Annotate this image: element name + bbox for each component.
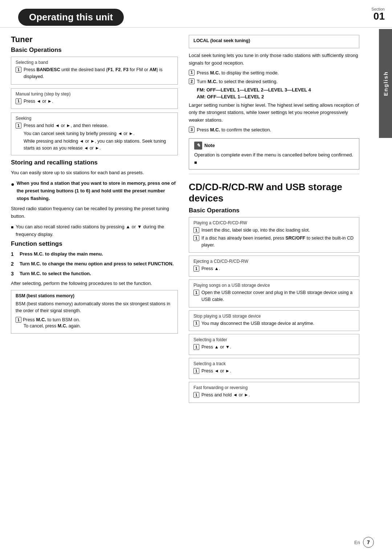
selecting-track-text: Press ◄ or ►. [201, 368, 231, 375]
storing-bullet-bold: ● When you find a station that you want … [11, 180, 178, 202]
folder-step-num: 1 [193, 344, 199, 350]
bsm-step-text: Press M.C. to turn BSM on. [23, 317, 80, 322]
ejecting-cd-label: Ejecting a CD/CD-R/CD-RW [193, 259, 355, 264]
manual-tuning-step1: 1 Press ◄ or ►. [16, 98, 173, 105]
fm-level: FM: OFF—LEVEL 1—LEVEL 2—LEVEL 3—LEVEL 4 [197, 87, 359, 93]
local-body: Local seek tuning lets you tune in only … [189, 52, 359, 67]
manual-tuning-text: Press ◄ or ►. [24, 98, 53, 105]
bsm-step1: 1 Press M.C. to turn BSM on. [16, 317, 173, 323]
ejecting-cd-text: Press ▲. [201, 265, 220, 272]
language-sidebar: English [379, 29, 392, 138]
playing-usb-text: Open the USB connector cover and plug in… [201, 289, 355, 303]
playing-cd-label: Playing a CD/CD-R/CD-RW [193, 220, 355, 225]
page-footer: En 7 [354, 537, 374, 548]
fast-forward-text: Press and hold ◄ or ►. [201, 392, 250, 399]
en-label: En [354, 540, 360, 545]
stop-usb-box: Stop playing a USB storage device 1 You … [189, 310, 359, 331]
seeking-step1: 1 Press and hold ◄ or ►, and then releas… [16, 122, 173, 129]
playing-usb-label: Playing songs on a USB storage device [193, 283, 355, 288]
section-number: 01 [371, 11, 385, 21]
tuner-heading: Tuner [11, 35, 178, 44]
storing-bullet-sq-text: You can also recall stored radio station… [16, 223, 178, 238]
local-step2: 2 Turn M.C. to select the desired settin… [189, 78, 359, 85]
note-body: Operation is complete even if the menu i… [194, 152, 353, 165]
playing-cd-step1: 1 Insert the disc, label side up, into t… [193, 227, 355, 234]
playing-cd-text1: Insert the disc, label side up, into the… [201, 227, 310, 234]
local-step-num-1: 1 [189, 70, 195, 76]
selecting-folder-box: Selecting a folder 1 Press ▲ or ▼. [189, 334, 359, 355]
seeking-label: Seeking [16, 116, 173, 121]
ff-step-num: 1 [193, 392, 199, 398]
seeking-sub1: You can cancel seek tuning by briefly pr… [16, 130, 173, 137]
main-content: Tuner Basic Operations Selecting a band … [0, 28, 392, 413]
cd-basic-ops-heading: Basic Operations [189, 207, 359, 214]
playing-cd-text2: If a disc has already been inserted, pre… [201, 235, 355, 249]
selecting-band-step1: 1 Press BAND/ESC until the desired band … [16, 66, 173, 80]
stop-usb-text: You may disconnect the USB storage devic… [201, 320, 314, 327]
func-num-1: 1 [11, 250, 17, 258]
seeking-text: Press and hold ◄ or ►, and then release. [24, 122, 108, 129]
step-num-manual: 1 [16, 98, 21, 104]
fast-forward-step1: 1 Press and hold ◄ or ►. [193, 392, 355, 399]
page-title: Operating this unit [18, 9, 124, 26]
stop-usb-step1: 1 You may disconnect the USB storage dev… [193, 320, 355, 327]
page-header: Operating this unit Section 01 [0, 0, 392, 28]
func-text-1: Press M.C. to display the main menu. [20, 250, 103, 258]
playing-cd-step2: 1 If a disc has already been inserted, p… [193, 235, 355, 249]
playing-cd-box: Playing a CD/CD-R/CD-RW 1 Insert the dis… [189, 217, 359, 253]
selecting-folder-label: Selecting a folder [193, 337, 355, 342]
right-column: LOCAL (local seek tuning) Local seek tun… [189, 35, 374, 406]
local-step1-text: Press M.C. to display the setting mode. [197, 69, 279, 77]
cd-step-num-2: 1 [193, 235, 199, 241]
manual-tuning-label: Manual tuning (step by step) [16, 91, 173, 97]
title-pill-container: Operating this unit [7, 2, 124, 26]
local-step3-text: Press M.C. to confirm the selection. [197, 126, 271, 134]
bullet-dot-icon: ● [11, 180, 15, 189]
basic-ops-heading: Basic Operations [11, 46, 178, 54]
selecting-folder-step1: 1 Press ▲ or ▼. [193, 344, 355, 351]
left-column: Tuner Basic Operations Selecting a band … [11, 35, 178, 406]
bsm-heading: BSM (best stations memory) [16, 293, 173, 298]
local-step1: 1 Press M.C. to display the setting mode… [189, 69, 359, 77]
cd-section-heading: CD/CD-R/CD-RW and USB storage devices [189, 181, 359, 204]
fast-forward-label: Fast forwarding or reversing [193, 385, 355, 390]
selecting-band-text: Press BAND/ESC until the desired band (F… [24, 66, 173, 80]
func-text-2: Turn M.C. to change the menu option and … [20, 260, 173, 268]
selecting-folder-text: Press ▲ or ▼. [201, 344, 231, 351]
bsm-step-num: 1 [16, 317, 21, 323]
section-block: Section 01 [371, 7, 385, 21]
cd-step-num-1: 1 [193, 227, 199, 233]
step-num-1: 1 [16, 67, 21, 73]
note-icon: ✎ [194, 142, 202, 150]
ejecting-cd-step1: 1 Press ▲. [193, 265, 355, 272]
selecting-track-label: Selecting a track [193, 361, 355, 366]
local-box: LOCAL (local seek tuning) [189, 35, 359, 48]
func-item-1: 1 Press M.C. to display the main menu. [11, 250, 178, 258]
local-step3: 3 Press M.C. to confirm the selection. [189, 126, 359, 134]
step-num-seek: 1 [16, 123, 21, 128]
stop-usb-step-num: 1 [193, 321, 199, 326]
func-item-2: 2 Turn M.C. to change the menu option an… [11, 260, 178, 268]
bsm-box: BSM (best stations memory) BSM (best sta… [11, 290, 178, 333]
language-label: English [383, 71, 389, 96]
stop-usb-label: Stop playing a USB storage device [193, 314, 355, 319]
func-text-3: Turn M.C. to select the function. [20, 270, 91, 277]
local-step-num-2: 2 [189, 78, 195, 84]
func-item-3: 3 Turn M.C. to select the function. [11, 270, 178, 278]
storing-bullet-sq: ■ You can also recall stored radio stati… [11, 223, 178, 238]
func-num-3: 3 [11, 270, 17, 278]
note-heading: ✎ Note [194, 142, 354, 150]
seeking-box: Seeking 1 Press and hold ◄ or ►, and the… [11, 113, 178, 155]
storing-heading: Storing and recalling stations [11, 159, 178, 166]
ejecting-cd-box: Ejecting a CD/CD-R/CD-RW 1 Press ▲. [189, 256, 359, 277]
track-step-num: 1 [193, 368, 199, 374]
separator [189, 174, 359, 174]
usb-step-num: 1 [193, 290, 199, 295]
selecting-track-box: Selecting a track 1 Press ◄ or ►. [189, 358, 359, 379]
fast-forward-box: Fast forwarding or reversing 1 Press and… [189, 382, 359, 403]
bullet-sq-icon: ■ [11, 224, 13, 231]
local-heading: LOCAL (local seek tuning) [193, 38, 355, 43]
bsm-body: BSM (best stations memory) automatically… [16, 301, 173, 314]
manual-tuning-box: Manual tuning (step by step) 1 Press ◄ o… [11, 88, 178, 109]
seeking-sub2: While pressing and holding ◄ or ►, you c… [16, 138, 173, 152]
